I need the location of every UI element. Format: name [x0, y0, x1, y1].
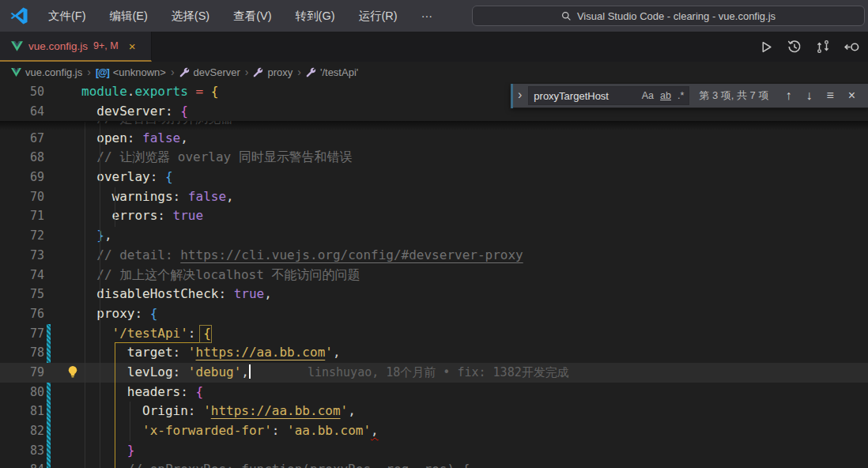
indent-guide — [100, 122, 100, 468]
vue-file-icon — [11, 68, 21, 77]
lightbulb-quickfix-icon[interactable] — [66, 365, 79, 379]
search-icon — [561, 11, 572, 21]
find-previous-button[interactable]: ↑ — [778, 89, 798, 103]
line-number: 77 — [0, 324, 44, 344]
vscode-logo-icon — [9, 6, 28, 25]
line-number: 73 — [0, 246, 44, 266]
code-line[interactable]: 75 disableHostCheck: true, — [0, 285, 868, 304]
menu-bar: 文件(F)编辑(E)选择(S)查看(V)转到(G)运行(R)··· — [38, 5, 443, 28]
code-text: // onProxyRes: function(proxyRes, req, r… — [44, 460, 470, 468]
line-number: 82 — [0, 421, 44, 441]
line-number: 50 — [0, 82, 44, 102]
menu-item[interactable]: 转到(G) — [285, 5, 345, 28]
code-text: }, — [44, 226, 112, 246]
find-widget: › proxyTargetHost Aa ab .* 第 3 项, 共 7 项 … — [511, 84, 868, 108]
code-text: Origin: 'https://aa.bb.com', — [44, 402, 356, 421]
line-number: 74 — [0, 266, 44, 285]
code-line[interactable]: 77 '/testApi': { — [0, 324, 868, 344]
active-bracket-guide — [115, 342, 115, 468]
code-text: overlay: { — [44, 168, 173, 187]
menu-item[interactable]: 运行(R) — [348, 5, 407, 28]
command-center-search[interactable]: Visual Studio Code - clearing - vue.conf… — [472, 6, 865, 26]
regex-toggle[interactable]: .* — [677, 90, 684, 101]
tab-file-name: vue.config.js — [28, 40, 88, 52]
command-center-label: Visual Studio Code - clearing - vue.conf… — [577, 10, 776, 22]
title-bar: 文件(F)编辑(E)选择(S)查看(V)转到(G)运行(R)··· ← → Vi… — [0, 0, 868, 32]
code-line[interactable]: 71 errors: true — [0, 206, 868, 226]
indent-guide — [85, 122, 85, 468]
code-line[interactable]: 67 open: false, — [0, 129, 868, 149]
vue-file-icon — [11, 41, 23, 51]
code-line[interactable]: 80 headers: { — [0, 383, 868, 402]
breadcrumb-separator: › — [85, 66, 92, 78]
find-next-button[interactable]: ↓ — [798, 89, 819, 103]
git-modified-gutter-indicator — [47, 383, 51, 468]
code-line[interactable]: 84 // onProxyRes: function(proxyRes, req… — [0, 460, 868, 468]
find-close-button[interactable]: × — [841, 89, 862, 103]
find-query-text: proxyTargetHost — [534, 90, 635, 102]
menu-item[interactable]: 编辑(E) — [100, 5, 158, 28]
code-line[interactable]: 73 // detail: https://cli.vuejs.org/conf… — [0, 246, 868, 266]
code-text: 'x-forwarded-for': 'aa.bb.com', — [44, 421, 379, 441]
menu-item[interactable]: 查看(V) — [223, 5, 281, 28]
run-icon[interactable] — [756, 36, 776, 57]
tab-close-button[interactable]: × — [129, 40, 136, 53]
breadcrumb-item[interactable]: devServer — [179, 66, 240, 78]
code-text: } — [44, 441, 134, 461]
menu-item[interactable]: 选择(S) — [161, 5, 220, 28]
code-line[interactable]: 68 // 让浏览器 overlay 同时显示警告和错误 — [0, 148, 868, 168]
code-line[interactable]: 78 target: 'https://aa.bb.com', — [0, 343, 868, 363]
line-number: 70 — [0, 187, 44, 207]
code-line[interactable]: 83 } — [0, 441, 868, 461]
symbol-module-icon: [@] — [96, 66, 109, 78]
line-number: 75 — [0, 285, 44, 304]
code-text: target: 'https://aa.bb.com', — [44, 343, 341, 363]
breadcrumb-item[interactable]: '/testApi' — [306, 66, 358, 78]
line-number: 72 — [0, 226, 44, 246]
code-text: proxy: { — [44, 304, 157, 324]
indent-guide — [130, 402, 130, 441]
vscode-window: 文件(F)编辑(E)选择(S)查看(V)转到(G)运行(R)··· ← → Vi… — [0, 0, 868, 468]
code-editor[interactable]: // 是否自动打开浏览器67 open: false,68 // 让浏览器 ov… — [0, 82, 868, 468]
code-line[interactable]: 79 levLog: 'debug',linshuyao, 18个月前 • fi… — [0, 363, 868, 383]
toggle-replace-chevron-icon[interactable]: › — [513, 88, 528, 104]
code-text: headers: { — [44, 383, 203, 402]
whole-word-toggle[interactable]: ab — [660, 90, 671, 101]
code-line[interactable]: 70 warnings: false, — [0, 187, 868, 207]
line-number: 83 — [0, 441, 44, 461]
code-text: disableHostCheck: true, — [44, 285, 272, 304]
breadcrumb-separator: › — [169, 66, 176, 78]
code-line[interactable]: 72 }, — [0, 226, 868, 246]
code-line[interactable]: 69 overlay: { — [0, 168, 868, 187]
line-number: 68 — [0, 148, 44, 168]
line-number: 71 — [0, 206, 44, 226]
compare-changes-icon[interactable] — [813, 36, 833, 57]
line-number: 64 — [0, 102, 44, 122]
code-line[interactable]: 74 // 加上这个解决localhost 不能访问的问题 — [0, 266, 868, 285]
timeline-history-icon[interactable] — [784, 36, 805, 57]
breadcrumb-item[interactable]: [@]<unknown> — [96, 66, 166, 78]
line-number: 76 — [0, 304, 44, 324]
open-changes-icon[interactable] — [841, 36, 862, 57]
code-text: module.exports = { — [44, 82, 218, 102]
find-input[interactable]: proxyTargetHost Aa ab .* — [528, 86, 689, 105]
menu-item[interactable]: 文件(F) — [38, 5, 96, 28]
tab-bar: vue.config.js 9+, M × — [0, 32, 868, 62]
find-in-selection-button[interactable]: ≡ — [819, 89, 840, 103]
inline-git-blame: linshuyao, 18个月前 • fix: 1382开发完成 — [251, 365, 569, 379]
breadcrumb-item[interactable]: proxy — [253, 66, 292, 78]
tab-vue-config[interactable]: vue.config.js 9+, M × — [0, 32, 152, 62]
code-text: // 让浏览器 overlay 同时显示警告和错误 — [44, 148, 353, 168]
line-number: 78 — [0, 343, 44, 363]
code-line[interactable]: 76 proxy: { — [0, 304, 868, 324]
git-modified-gutter-indicator — [47, 324, 51, 363]
breadcrumb-item[interactable]: vue.config.js — [11, 66, 82, 78]
match-case-toggle[interactable]: Aa — [642, 90, 654, 101]
menu-item[interactable]: ··· — [411, 6, 443, 26]
breadcrumb-separator: › — [296, 66, 303, 78]
indent-guide — [115, 187, 115, 227]
bracket-match-highlight — [199, 325, 212, 343]
code-text: '/testApi': { — [44, 324, 211, 344]
breadcrumb: vue.config.js›[@]<unknown>›devServer›pro… — [0, 62, 868, 82]
code-text: levLog: 'debug',linshuyao, 18个月前 • fix: … — [44, 363, 569, 383]
